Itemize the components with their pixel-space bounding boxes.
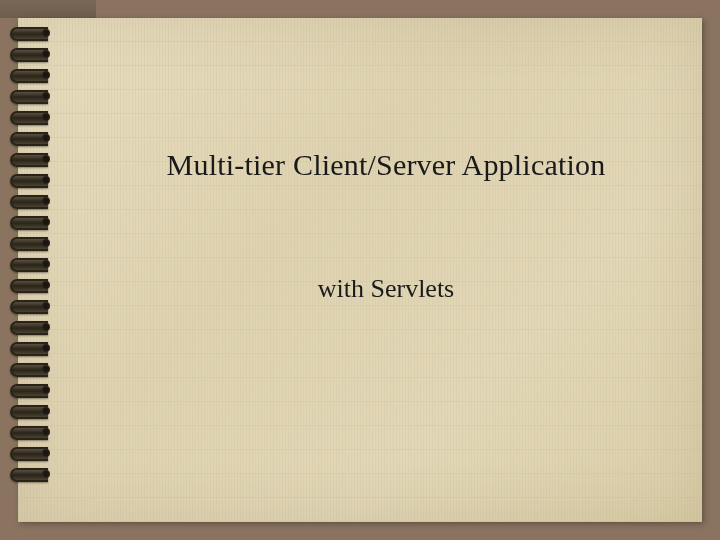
frame-top-accent [0, 0, 96, 18]
spiral-ring-icon [10, 215, 52, 227]
spiral-ring-icon [10, 131, 52, 143]
spiral-ring-icon [10, 467, 52, 479]
slide-subtitle: with Servlets [318, 274, 455, 304]
spiral-ring-icon [10, 47, 52, 59]
slide-frame: Multi-tier Client/Server Application wit… [0, 0, 720, 540]
spiral-ring-icon [10, 362, 52, 374]
spiral-ring-icon [10, 383, 52, 395]
spiral-ring-icon [10, 68, 52, 80]
spiral-ring-icon [10, 446, 52, 458]
spiral-ring-icon [10, 152, 52, 164]
spiral-ring-icon [10, 173, 52, 185]
spiral-ring-icon [10, 257, 52, 269]
spiral-ring-icon [10, 341, 52, 353]
spiral-ring-icon [10, 404, 52, 416]
spiral-ring-icon [10, 110, 52, 122]
spiral-ring-icon [10, 299, 52, 311]
spiral-ring-icon [10, 194, 52, 206]
slide-content: Multi-tier Client/Server Application wit… [70, 18, 702, 522]
spiral-ring-icon [10, 278, 52, 290]
spiral-ring-icon [10, 320, 52, 332]
spiral-ring-icon [10, 236, 52, 248]
spiral-binding [10, 26, 60, 486]
slide-title: Multi-tier Client/Server Application [167, 148, 606, 182]
spiral-ring-icon [10, 26, 52, 38]
spiral-ring-icon [10, 89, 52, 101]
spiral-ring-icon [10, 425, 52, 437]
